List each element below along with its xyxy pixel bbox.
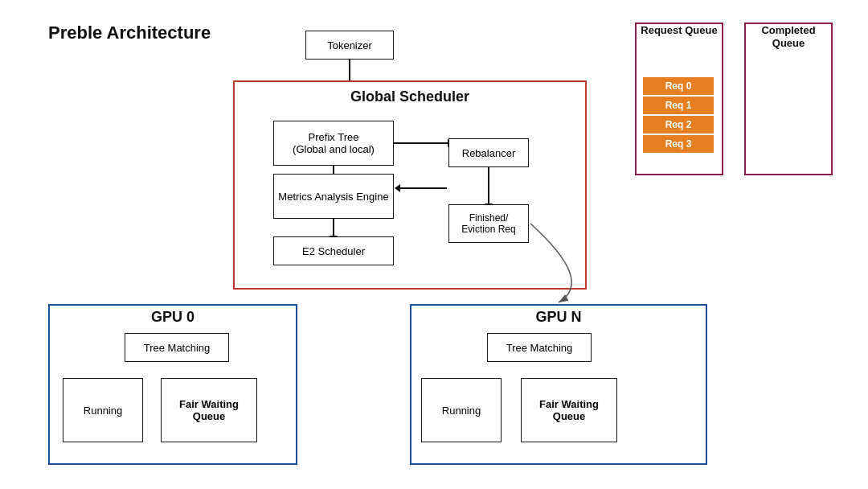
- tree-matching-gpun: Tree Matching: [487, 333, 592, 362]
- tree-matching-gpu0: Tree Matching: [125, 333, 229, 362]
- page-title: Preble Architecture: [48, 23, 211, 43]
- prefix-tree-label: Prefix Tree(Global and local): [293, 131, 375, 155]
- fair-waiting-queue-gpu0: Fair WaitingQueue: [161, 378, 257, 442]
- prefix-tree-box: Prefix Tree(Global and local): [273, 121, 394, 166]
- running-gpu0: Running: [63, 378, 143, 442]
- request-queue-title: Request Queue: [635, 24, 723, 37]
- tree-matching-gpun-label: Tree Matching: [506, 342, 573, 354]
- rebalancer-box: Rebalancer: [448, 138, 529, 167]
- running-gpu0-label: Running: [84, 405, 122, 417]
- running-gpun-label: Running: [442, 405, 481, 417]
- metrics-engine-box: Metrics Analysis Engine: [273, 174, 394, 219]
- req-item-1: Req 1: [643, 97, 714, 114]
- fair-waiting-queue-gpun: Fair WaitingQueue: [521, 378, 617, 442]
- tree-matching-gpu0-label: Tree Matching: [144, 342, 211, 354]
- req-item-3: Req 3: [643, 135, 714, 153]
- gpun-title: GPU N: [410, 309, 707, 326]
- finished-eviction-box: Finished/Eviction Req: [448, 204, 529, 243]
- req-item-0: Req 0: [643, 77, 714, 95]
- tokenizer-box: Tokenizer: [305, 31, 394, 60]
- e2-scheduler-box: E2 Scheduler: [273, 236, 394, 265]
- fair-waiting-gpu0-label: Fair WaitingQueue: [179, 398, 239, 422]
- req-item-2: Req 2: [643, 116, 714, 134]
- completed-queue-title: Completed Queue: [744, 24, 833, 49]
- page: Preble Architecture Tokenizer Global Sch…: [0, 0, 868, 489]
- fair-waiting-gpun-label: Fair WaitingQueue: [539, 398, 599, 422]
- rebalancer-label: Rebalancer: [462, 147, 516, 159]
- running-gpun: Running: [421, 378, 502, 442]
- gpu0-title: GPU 0: [48, 309, 297, 326]
- finished-eviction-label: Finished/Eviction Req: [461, 212, 515, 235]
- arrow-metrics-to-rebalancer: [395, 187, 447, 189]
- e2-scheduler-label: E2 Scheduler: [302, 245, 365, 257]
- global-scheduler-title: Global Scheduler: [233, 88, 587, 105]
- arrow-rebalancer-to-eviction: [488, 167, 489, 204]
- metrics-engine-label: Metrics Analysis Engine: [278, 191, 388, 203]
- arrow-metrics-to-e2: [333, 219, 334, 236]
- arrow-tokenizer-to-scheduler: [349, 60, 350, 82]
- tokenizer-label: Tokenizer: [327, 39, 372, 51]
- arrow-prefix-to-rebalancer: [394, 142, 448, 144]
